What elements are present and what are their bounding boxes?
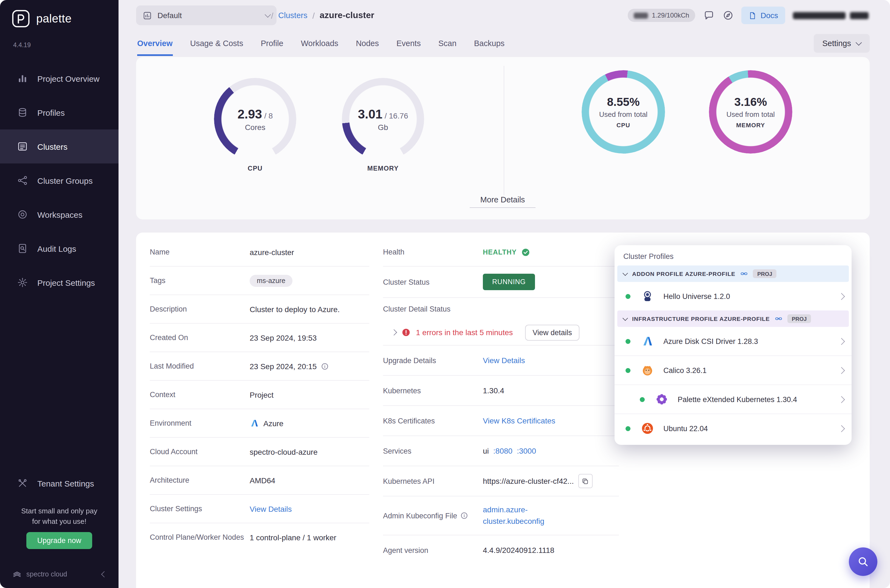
project-selector-value: Default xyxy=(158,11,182,20)
profile-row-calico[interactable]: Calico 3.26.1 xyxy=(615,356,852,384)
profile-row-ubuntu[interactable]: Ubuntu 22.04 xyxy=(615,414,852,442)
profile-row-pxk[interactable]: Palette eXtended Kubernetes 1.30.4 xyxy=(615,384,852,414)
project-selector[interactable]: Default xyxy=(136,6,276,25)
breadcrumb-separator: / xyxy=(271,11,273,20)
service-port-link[interactable]: :3000 xyxy=(517,447,536,455)
chevron-right-icon xyxy=(838,425,845,432)
infra-profile-section-header[interactable]: INFRASTRUCTURE PROFILE AZURE-PROFILE PRO… xyxy=(617,310,849,327)
memory-gauge-caption: MEMORY xyxy=(342,165,424,172)
status-dot xyxy=(626,294,630,298)
detail-row-environment: Environment Azure xyxy=(150,409,369,438)
sidebar-item-project-settings[interactable]: Project Settings xyxy=(0,266,119,300)
redacted-user-name xyxy=(793,12,845,19)
proj-badge: PROJ xyxy=(787,314,811,323)
tenant-settings-section: Tenant Settings xyxy=(0,466,119,500)
sidebar-collapse-button[interactable] xyxy=(102,570,107,578)
footer-brand: spectro cloud xyxy=(26,570,67,578)
chevron-down-icon xyxy=(856,39,862,46)
profile-row-hello-universe[interactable]: Hello Universe 1.2.0 xyxy=(615,282,852,310)
more-details-button[interactable]: More Details xyxy=(470,192,536,208)
sidebar-item-project-overview[interactable]: Project Overview xyxy=(0,62,119,96)
usage-badge: 1.29/100kCh xyxy=(628,9,695,22)
breadcrumb-current: azure-cluster xyxy=(320,10,374,20)
copy-icon[interactable] xyxy=(578,474,592,488)
compass-icon[interactable] xyxy=(722,10,734,21)
sidebar-item-label: Cluster Groups xyxy=(37,176,93,185)
agent-version-value: 4.4.9/20240912.1118 xyxy=(483,546,554,555)
hello-universe-icon xyxy=(640,289,654,303)
sidebar-item-audit-logs[interactable]: Audit Logs xyxy=(0,231,119,266)
tab-workloads[interactable]: Workloads xyxy=(301,31,338,56)
status-dot xyxy=(626,368,630,373)
detail-row-kubernetes-api: Kubernetes API https://azure-cluster-cf4… xyxy=(383,466,619,496)
chevron-right-icon xyxy=(838,396,845,403)
cpu-used-percent: 8.55% xyxy=(607,96,639,109)
settings-label: Settings xyxy=(822,39,851,48)
cluster-name: azure-cluster xyxy=(250,248,294,256)
tab-events[interactable]: Events xyxy=(396,31,421,56)
breadcrumb-separator: / xyxy=(312,11,315,20)
memory-gauge: 3.01 / 16.76 Gb xyxy=(342,78,424,160)
memory-donut-label: MEMORY xyxy=(736,122,765,128)
profile-row-azure-csi[interactable]: Azure Disk CSI Driver 1.28.3 xyxy=(615,327,852,356)
view-details-button[interactable]: View details xyxy=(525,324,580,340)
cpu-total: / 8 xyxy=(264,111,273,120)
sidebar-item-clusters[interactable]: Clusters xyxy=(0,129,119,164)
proj-badge: PROJ xyxy=(753,269,776,278)
memory-unit: Gb xyxy=(378,123,388,131)
clusters-icon xyxy=(17,140,29,153)
project-chart-icon xyxy=(143,11,152,20)
upgrade-now-button[interactable]: Upgrade now xyxy=(26,532,92,549)
info-icon[interactable] xyxy=(321,362,329,370)
user-account-redacted[interactable] xyxy=(793,12,869,19)
error-summary-row: 1 errors in the last 5 minutes View deta… xyxy=(383,320,619,345)
addon-profile-section-header[interactable]: ADDON PROFILE AZURE-PROFILE PROJ xyxy=(617,266,849,282)
chat-icon[interactable] xyxy=(703,10,714,21)
detail-row-architecture: Architecture AMD64 xyxy=(150,466,369,495)
link-icon[interactable] xyxy=(775,315,782,322)
sidebar-item-tenant-settings[interactable]: Tenant Settings xyxy=(0,466,119,500)
cluster-profiles-popup: Cluster Profiles ADDON PROFILE AZURE-PRO… xyxy=(615,245,852,445)
docs-button[interactable]: Docs xyxy=(741,7,785,24)
sidebar-item-workspaces[interactable]: Workspaces xyxy=(0,198,119,231)
health-status-badge: HEALTHY xyxy=(483,248,516,256)
settings-button[interactable]: Settings xyxy=(813,34,870,52)
sidebar-item-cluster-groups[interactable]: Cluster Groups xyxy=(0,164,119,198)
sidebar-item-profiles[interactable]: Profiles xyxy=(0,96,119,129)
info-icon[interactable] xyxy=(460,512,468,519)
error-icon xyxy=(402,328,410,337)
tab-profile[interactable]: Profile xyxy=(261,31,283,56)
chevron-down-icon xyxy=(623,315,628,321)
k8s-certificates-link[interactable]: View K8s Certificates xyxy=(483,416,555,425)
search-fab-button[interactable] xyxy=(849,548,877,576)
detail-row-cloud-account: Cloud Account spectro-cloud-azure xyxy=(150,438,369,466)
service-port-link[interactable]: :8080 xyxy=(493,447,512,455)
details-right-column: Health HEALTHY Cluster Status RUNNING Cl… xyxy=(383,238,619,565)
detail-row-name: Name azure-cluster xyxy=(150,238,369,267)
azure-icon xyxy=(640,334,654,348)
tab-nodes[interactable]: Nodes xyxy=(356,31,379,56)
chevron-right-icon[interactable] xyxy=(391,329,397,336)
brand-name: palette xyxy=(36,12,72,25)
tab-backups[interactable]: Backups xyxy=(474,31,504,56)
tab-usage-costs[interactable]: Usage & Costs xyxy=(190,31,243,56)
detail-row-services: Services ui :8080 :3000 xyxy=(383,436,619,466)
chevron-right-icon xyxy=(838,367,845,374)
kubeconfig-link[interactable]: admin.azure-cluster.kubeconfig xyxy=(483,504,560,527)
service-name: ui xyxy=(483,447,489,455)
kubernetes-version: 1.30.4 xyxy=(483,386,504,395)
tab-scan[interactable]: Scan xyxy=(438,31,456,56)
detail-row-health: Health HEALTHY xyxy=(383,238,619,267)
upgrade-details-link[interactable]: View Details xyxy=(483,356,525,365)
calico-icon xyxy=(640,363,654,377)
breadcrumb-clusters-link[interactable]: Clusters xyxy=(278,11,307,20)
detail-row-context: Context Project xyxy=(150,381,369,409)
link-icon[interactable] xyxy=(740,270,748,278)
popup-title: Cluster Profiles xyxy=(615,245,852,266)
cluster-settings-link[interactable]: View Details xyxy=(250,504,292,513)
sidebar-item-label: Project Settings xyxy=(37,278,95,287)
tabs: Overview Usage & Costs Profile Workloads… xyxy=(137,31,504,56)
detail-row-cluster-status: Cluster Status RUNNING xyxy=(383,267,619,298)
running-status-button[interactable]: RUNNING xyxy=(483,274,535,290)
tab-overview[interactable]: Overview xyxy=(137,31,173,56)
